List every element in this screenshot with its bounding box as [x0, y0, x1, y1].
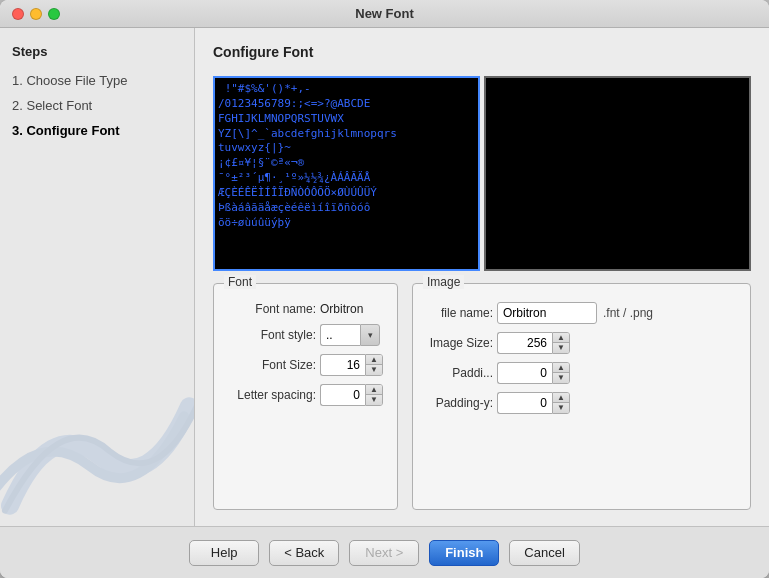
- step-3-number: 3.: [12, 123, 23, 138]
- font-name-row: Font name: Orbitron: [226, 302, 385, 316]
- help-button[interactable]: Help: [189, 540, 259, 566]
- font-size-up[interactable]: ▲: [366, 355, 382, 365]
- file-ext: .fnt / .png: [603, 306, 653, 320]
- padding-buttons: ▲ ▼: [552, 362, 570, 384]
- font-size-spinner[interactable]: ▲ ▼: [320, 354, 383, 376]
- cancel-button[interactable]: Cancel: [509, 540, 579, 566]
- font-style-field[interactable]: [320, 324, 360, 346]
- padding-spinner[interactable]: ▲ ▼: [497, 362, 570, 384]
- step-3: 3. Configure Font: [12, 119, 182, 144]
- image-size-field[interactable]: [497, 332, 552, 354]
- padding-y-spinner[interactable]: ▲ ▼: [497, 392, 570, 414]
- next-button[interactable]: Next >: [349, 540, 419, 566]
- padding-y-field[interactable]: [497, 392, 552, 414]
- title-bar: New Font: [0, 0, 769, 28]
- padding-row: Paddi... ▲ ▼: [425, 362, 738, 384]
- image-group-title: Image: [423, 275, 464, 289]
- font-style-arrow[interactable]: ▾: [360, 324, 380, 346]
- font-size-row: Font Size: ▲ ▼: [226, 354, 385, 376]
- step-2-label: Select Font: [26, 98, 92, 113]
- font-group: Font Font name: Orbitron Font style: ▾: [213, 283, 398, 510]
- padding-y-down[interactable]: ▼: [553, 403, 569, 413]
- traffic-lights: [12, 8, 60, 20]
- back-button[interactable]: < Back: [269, 540, 339, 566]
- window-title: New Font: [355, 6, 414, 21]
- font-name-label: Font name:: [226, 302, 316, 316]
- file-name-row: file name: .fnt / .png: [425, 302, 738, 324]
- font-group-title: Font: [224, 275, 256, 289]
- main-panel: Configure Font !"#$%&'()*+,- /0123456789…: [195, 28, 769, 526]
- file-name-label: file name:: [425, 306, 493, 320]
- buttons-row: Help < Back Next > Finish Cancel: [0, 526, 769, 578]
- padding-y-row: Padding-y: ▲ ▼: [425, 392, 738, 414]
- font-style-label: Font style:: [226, 328, 316, 342]
- preview-right: [484, 76, 751, 271]
- preview-text: !"#$%&'()*+,- /0123456789:;<=>?@ABCDE FG…: [215, 78, 478, 234]
- font-size-field[interactable]: [320, 354, 365, 376]
- padding-label: Paddi...: [425, 366, 493, 380]
- close-button[interactable]: [12, 8, 24, 20]
- file-name-input[interactable]: [497, 302, 597, 324]
- image-size-label: Image Size:: [425, 336, 493, 350]
- image-group: Image file name: .fnt / .png Image Size:…: [412, 283, 751, 510]
- preview-left: !"#$%&'()*+,- /0123456789:;<=>?@ABCDE FG…: [213, 76, 480, 271]
- padding-y-up[interactable]: ▲: [553, 393, 569, 403]
- step-2: 2. Select Font: [12, 94, 182, 119]
- padding-field[interactable]: [497, 362, 552, 384]
- image-size-buttons: ▲ ▼: [552, 332, 570, 354]
- padding-y-label: Padding-y:: [425, 396, 493, 410]
- font-size-down[interactable]: ▼: [366, 365, 382, 375]
- font-style-row: Font style: ▾: [226, 324, 385, 346]
- step-1-label: Choose File Type: [26, 73, 127, 88]
- bottom-section: Font Font name: Orbitron Font style: ▾: [213, 283, 751, 510]
- padding-up[interactable]: ▲: [553, 363, 569, 373]
- font-size-label: Font Size:: [226, 358, 316, 372]
- letter-spacing-buttons: ▲ ▼: [365, 384, 383, 406]
- content-area: Steps 1. Choose File Type 2. Select Font…: [0, 28, 769, 526]
- font-style-input[interactable]: ▾: [320, 324, 380, 346]
- font-name-value: Orbitron: [320, 302, 363, 316]
- padding-y-buttons: ▲ ▼: [552, 392, 570, 414]
- sidebar: Steps 1. Choose File Type 2. Select Font…: [0, 28, 195, 526]
- letter-spacing-field[interactable]: [320, 384, 365, 406]
- image-size-row: Image Size: ▲ ▼: [425, 332, 738, 354]
- font-size-buttons: ▲ ▼: [365, 354, 383, 376]
- minimize-button[interactable]: [30, 8, 42, 20]
- image-size-up[interactable]: ▲: [553, 333, 569, 343]
- window: New Font Steps 1. Choose File Type 2. Se…: [0, 0, 769, 578]
- maximize-button[interactable]: [48, 8, 60, 20]
- step-1: 1. Choose File Type: [12, 69, 182, 94]
- sidebar-watermark: [0, 396, 194, 516]
- image-size-spinner[interactable]: ▲ ▼: [497, 332, 570, 354]
- image-size-down[interactable]: ▼: [553, 343, 569, 353]
- letter-spacing-down[interactable]: ▼: [366, 395, 382, 405]
- sidebar-title: Steps: [12, 44, 182, 59]
- letter-spacing-spinner[interactable]: ▲ ▼: [320, 384, 383, 406]
- step-3-label: Configure Font: [26, 123, 119, 138]
- step-2-number: 2.: [12, 98, 23, 113]
- letter-spacing-label: Letter spacing:: [226, 388, 316, 402]
- font-preview-area: !"#$%&'()*+,- /0123456789:;<=>?@ABCDE FG…: [213, 76, 751, 271]
- padding-down[interactable]: ▼: [553, 373, 569, 383]
- steps-list: 1. Choose File Type 2. Select Font 3. Co…: [12, 69, 182, 143]
- step-1-number: 1.: [12, 73, 23, 88]
- letter-spacing-row: Letter spacing: ▲ ▼: [226, 384, 385, 406]
- main-title: Configure Font: [213, 44, 751, 60]
- letter-spacing-up[interactable]: ▲: [366, 385, 382, 395]
- finish-button[interactable]: Finish: [429, 540, 499, 566]
